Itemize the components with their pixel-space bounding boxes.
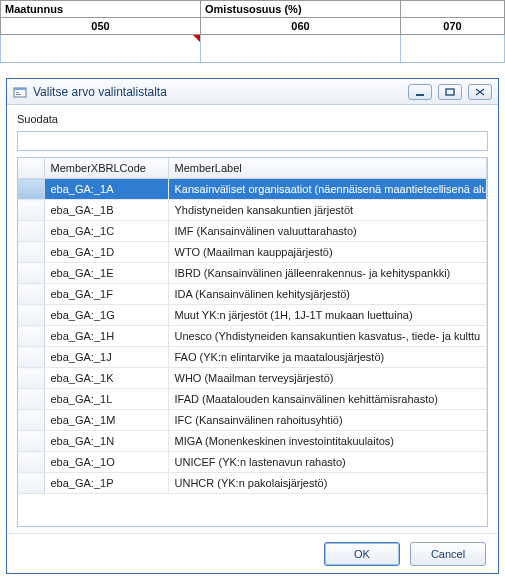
cell-code[interactable]: eba_GA:_1K xyxy=(44,368,168,389)
row-handle[interactable] xyxy=(18,452,44,473)
col-rowhandle[interactable] xyxy=(18,158,44,179)
row-handle[interactable] xyxy=(18,368,44,389)
table-row[interactable]: eba_GA:_1JFAO (YK:n elintarvike ja maata… xyxy=(18,347,487,368)
close-button[interactable] xyxy=(468,84,492,100)
row-handle[interactable] xyxy=(18,389,44,410)
svg-rect-5 xyxy=(446,89,454,95)
row-handle[interactable] xyxy=(18,284,44,305)
row-handle[interactable] xyxy=(18,305,44,326)
table-row[interactable]: eba_GA:_1BYhdistyneiden kansakuntien jär… xyxy=(18,200,487,221)
cell-code[interactable]: eba_GA:_1M xyxy=(44,410,168,431)
table-row[interactable]: eba_GA:_1EIBRD (Kansainvälinen jälleenra… xyxy=(18,263,487,284)
table-row[interactable]: eba_GA:_1LIFAD (Maatalouden kansainvälin… xyxy=(18,389,487,410)
bg-code-1: 060 xyxy=(201,18,401,35)
cell-code[interactable]: eba_GA:_1O xyxy=(44,452,168,473)
value-picker-dialog: Valitse arvo valintalistalta Suodata Mem… xyxy=(6,78,499,574)
table-row[interactable]: eba_GA:_1KWHO (Maailman terveysjärjestö) xyxy=(18,368,487,389)
table-row[interactable]: eba_GA:_1OUNICEF (YK:n lastenavun rahast… xyxy=(18,452,487,473)
row-handle[interactable] xyxy=(18,179,44,200)
svg-rect-1 xyxy=(14,88,26,90)
cell-label[interactable]: MIGA (Monenkeskinen investointitakuulait… xyxy=(168,431,487,452)
bg-cell-active[interactable] xyxy=(1,35,201,63)
table-row[interactable]: eba_GA:_1PUNHCR (YK:n pakolaisjärjestö) xyxy=(18,473,487,494)
table-row[interactable]: eba_GA:_1MIFC (Kansainvälinen rahoitusyh… xyxy=(18,410,487,431)
col-header-label[interactable]: MemberLabel xyxy=(168,158,487,179)
cell-label[interactable]: Muut YK:n järjestöt (1H, 1J-1T mukaan lu… xyxy=(168,305,487,326)
cell-code[interactable]: eba_GA:_1F xyxy=(44,284,168,305)
svg-rect-4 xyxy=(416,94,424,96)
col-header-code[interactable]: MemberXBRLCode xyxy=(44,158,168,179)
row-handle[interactable] xyxy=(18,410,44,431)
cell-code[interactable]: eba_GA:_1N xyxy=(44,431,168,452)
cell-label[interactable]: IDA (Kansainvälinen kehitysjärjestö) xyxy=(168,284,487,305)
row-handle[interactable] xyxy=(18,200,44,221)
cell-code[interactable]: eba_GA:_1C xyxy=(44,221,168,242)
maximize-button[interactable] xyxy=(438,84,462,100)
bg-th-1: Omistusosuus (%) xyxy=(201,1,401,18)
value-grid: MemberXBRLCode MemberLabel eba_GA:_1AKan… xyxy=(18,158,487,494)
table-row[interactable]: eba_GA:_1GMuut YK:n järjestöt (1H, 1J-1T… xyxy=(18,305,487,326)
table-row[interactable]: eba_GA:_1AKansainväliset organisaatiot (… xyxy=(18,179,487,200)
cell-label[interactable]: UNICEF (YK:n lastenavun rahasto) xyxy=(168,452,487,473)
cell-code[interactable]: eba_GA:_1J xyxy=(44,347,168,368)
row-handle[interactable] xyxy=(18,347,44,368)
bg-cell-1[interactable] xyxy=(201,35,401,63)
cell-label[interactable]: WTO (Maailman kauppajärjestö) xyxy=(168,242,487,263)
cell-code[interactable]: eba_GA:_1G xyxy=(44,305,168,326)
bg-code-0: 050 xyxy=(1,18,201,35)
bg-th-0: Maatunnus xyxy=(1,1,201,18)
cell-code[interactable]: eba_GA:_1A xyxy=(44,179,168,200)
cell-label[interactable]: IMF (Kansainvälinen valuuttarahasto) xyxy=(168,221,487,242)
table-row[interactable]: eba_GA:_1FIDA (Kansainvälinen kehitysjär… xyxy=(18,284,487,305)
cell-label[interactable]: UNHCR (YK:n pakolaisjärjestö) xyxy=(168,473,487,494)
table-row[interactable]: eba_GA:_1CIMF (Kansainvälinen valuuttara… xyxy=(18,221,487,242)
background-table: Maatunnus Omistusosuus (%) 050 060 070 xyxy=(0,0,505,63)
grid-container: MemberXBRLCode MemberLabel eba_GA:_1AKan… xyxy=(17,157,488,527)
cell-code[interactable]: eba_GA:_1D xyxy=(44,242,168,263)
cancel-button[interactable]: Cancel xyxy=(410,542,486,566)
table-row[interactable]: eba_GA:_1NMIGA (Monenkeskinen investoint… xyxy=(18,431,487,452)
row-handle[interactable] xyxy=(18,221,44,242)
dialog-icon xyxy=(13,85,27,99)
dialog-footer: OK Cancel xyxy=(7,533,498,573)
dialog-title: Valitse arvo valintalistalta xyxy=(33,85,402,99)
cell-label[interactable]: Unesco (Yhdistyneiden kansakuntien kasva… xyxy=(168,326,487,347)
dialog-titlebar[interactable]: Valitse arvo valintalistalta xyxy=(7,79,498,105)
cell-code[interactable]: eba_GA:_1L xyxy=(44,389,168,410)
cell-code[interactable]: eba_GA:_1H xyxy=(44,326,168,347)
filter-label: Suodata xyxy=(17,113,488,125)
row-handle[interactable] xyxy=(18,263,44,284)
table-row[interactable]: eba_GA:_1HUnesco (Yhdistyneiden kansakun… xyxy=(18,326,487,347)
cell-label[interactable]: WHO (Maailman terveysjärjestö) xyxy=(168,368,487,389)
bg-cell-2[interactable] xyxy=(401,35,505,63)
svg-rect-2 xyxy=(16,92,19,93)
cell-label[interactable]: IFAD (Maatalouden kansainvälinen kehittä… xyxy=(168,389,487,410)
row-handle[interactable] xyxy=(18,431,44,452)
bg-th-2 xyxy=(401,1,505,18)
minimize-button[interactable] xyxy=(408,84,432,100)
cell-label[interactable]: FAO (YK:n elintarvike ja maatalousjärjes… xyxy=(168,347,487,368)
row-handle[interactable] xyxy=(18,473,44,494)
cell-label[interactable]: IFC (Kansainvälinen rahoitusyhtiö) xyxy=(168,410,487,431)
cell-marker-icon xyxy=(193,35,200,42)
grid-scroll[interactable]: MemberXBRLCode MemberLabel eba_GA:_1AKan… xyxy=(18,158,487,526)
table-row[interactable]: eba_GA:_1DWTO (Maailman kauppajärjestö) xyxy=(18,242,487,263)
bg-code-2: 070 xyxy=(401,18,505,35)
cell-code[interactable]: eba_GA:_1P xyxy=(44,473,168,494)
cell-label[interactable]: IBRD (Kansainvälinen jälleenrakennus- ja… xyxy=(168,263,487,284)
cell-code[interactable]: eba_GA:_1E xyxy=(44,263,168,284)
cell-code[interactable]: eba_GA:_1B xyxy=(44,200,168,221)
svg-rect-3 xyxy=(16,94,21,95)
cell-label[interactable]: Yhdistyneiden kansakuntien järjestöt xyxy=(168,200,487,221)
cell-label[interactable]: Kansainväliset organisaatiot (näennäisen… xyxy=(168,179,487,200)
row-handle[interactable] xyxy=(18,326,44,347)
row-handle[interactable] xyxy=(18,242,44,263)
ok-button[interactable]: OK xyxy=(324,542,400,566)
filter-input[interactable] xyxy=(17,131,488,151)
